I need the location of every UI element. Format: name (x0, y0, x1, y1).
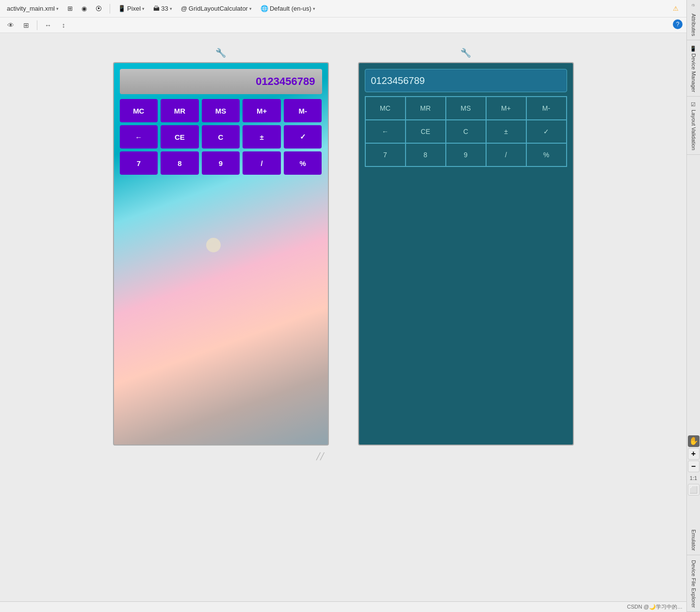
left-calculator: 0123456789 MC MR MS M+ M- ← CE C ± ✓ 7 (114, 63, 328, 181)
right-btn-mplus[interactable]: M+ (486, 97, 526, 120)
theme-label: GridLayoutCalculator (189, 5, 248, 12)
arrow-v-btn[interactable]: ↕ (57, 19, 70, 31)
right-btn-c[interactable]: C (446, 120, 486, 143)
left-btn-divide[interactable]: / (243, 151, 281, 175)
right-btn-mc[interactable]: MC (365, 97, 406, 120)
right-btn-percent[interactable]: % (526, 143, 567, 166)
right-btn-back[interactable]: ← (365, 120, 406, 143)
device-manager-label: Device Manager (691, 53, 697, 92)
right-btn-9[interactable]: 9 (446, 143, 486, 166)
grid-btn[interactable]: ⊞ (19, 19, 33, 31)
eye-btn[interactable]: 👁 (4, 19, 17, 31)
left-phone-pin: 🔧 (215, 48, 226, 58)
right-display: 0123456789 (365, 69, 567, 92)
left-display-value: 0123456789 (256, 75, 315, 88)
device-select[interactable]: 📱 Pixel ▾ (115, 4, 147, 13)
locale-caret: ▾ (313, 6, 315, 11)
left-btn-mminus[interactable]: M- (284, 99, 322, 122)
right-btn-divide[interactable]: / (486, 143, 526, 166)
left-btn-percent[interactable]: % (284, 151, 322, 175)
emulator-tab[interactable]: Emulator (687, 526, 700, 555)
secondary-toolbar: 👁 ⊞ ↔ ↕ (0, 17, 700, 33)
right-panel-top-icon: e (690, 2, 697, 9)
main-toolbar: activity_main.xml ▾ ⊞ ◉ ⦿ 📱 Pixel ▾ 🏔 33… (0, 0, 700, 17)
locale-select[interactable]: 🌐 Default (en-us) ▾ (258, 4, 318, 13)
right-phone: 0123456789 MC MR MS M+ M- ← CE C ± ✓ 7 (358, 62, 574, 446)
device-file-tab[interactable]: Device File Explorer (687, 556, 700, 612)
api-select[interactable]: 🏔 33 ▾ (150, 4, 175, 13)
right-phone-pin: 🔧 (460, 48, 471, 58)
left-phone-frame: 🔧 0123456789 MC MR MS M+ M- ← CE (113, 62, 329, 446)
device-caret: ▾ (142, 6, 145, 11)
brush-icon: ⦿ (96, 5, 102, 12)
device-manager-icon: 📱 (690, 45, 697, 51)
grid-icon: ⊞ (23, 21, 29, 29)
resize-handle-left[interactable]: ╱╱ (316, 452, 324, 460)
screenshot-btn[interactable]: ⬜ (688, 484, 700, 496)
right-btn-check[interactable]: ✓ (526, 120, 567, 143)
left-btn-ce[interactable]: CE (161, 125, 199, 149)
api-icon: 🏔 (153, 5, 160, 12)
layout-icon-btn[interactable]: ⊞ (65, 4, 76, 13)
left-btn-plusminus[interactable]: ± (243, 125, 281, 149)
left-btn-mr[interactable]: MR (161, 99, 199, 122)
zoom-in-btn[interactable]: + (688, 448, 700, 460)
locale-label: Default (en-us) (270, 5, 311, 12)
arrow-h-btn[interactable]: ↔ (41, 19, 55, 31)
left-buttons-grid: MC MR MS M+ M- ← CE C ± ✓ 7 8 9 / % (120, 99, 322, 175)
left-btn-back[interactable]: ← (120, 125, 158, 149)
right-panel: e Attributes 📱 Device Manager ☑ Layout V… (686, 0, 700, 612)
help-label: ? (676, 21, 680, 28)
left-btn-9[interactable]: 9 (202, 151, 240, 175)
right-btn-7[interactable]: 7 (365, 143, 406, 166)
locale-icon: 🌐 (260, 5, 268, 12)
design-icon-btn[interactable]: ◉ (79, 4, 90, 13)
arrow-h-icon: ↔ (45, 21, 51, 29)
device-label: Pixel (127, 5, 141, 12)
file-label: activity_main.xml (7, 5, 55, 12)
device-file-label: Device File Explorer (691, 560, 697, 608)
left-btn-c[interactable]: C (202, 125, 240, 149)
arrow-v-icon: ↕ (62, 21, 65, 29)
left-btn-check[interactable]: ✓ (284, 125, 322, 149)
right-btn-ce[interactable]: CE (406, 120, 446, 143)
left-btn-8[interactable]: 8 (161, 151, 199, 175)
hand-tool-btn[interactable]: ✋ (688, 435, 700, 447)
brush-icon-btn[interactable]: ⦿ (93, 4, 105, 13)
zoom-fit-btn[interactable]: 1:1 (688, 473, 700, 483)
left-btn-ms[interactable]: MS (202, 99, 240, 122)
file-caret: ▾ (56, 6, 59, 11)
right-btn-mr[interactable]: MR (406, 97, 446, 120)
attributes-tab[interactable]: Attributes (687, 10, 700, 40)
sep2 (37, 20, 37, 30)
right-phone-frame: 🔧 0123456789 MC MR MS M+ M- ← CE C ± (358, 62, 574, 446)
bottom-status-bar: CSDN @🌙学习中的… (0, 601, 686, 612)
right-display-value: 0123456789 (371, 75, 425, 86)
eye-icon: 👁 (7, 21, 14, 29)
help-button[interactable]: ? (673, 19, 683, 29)
left-btn-mc[interactable]: MC (120, 99, 158, 122)
layout-validation-icon: ☑ (690, 101, 697, 108)
attribution-text: CSDN @🌙学习中的… (627, 603, 683, 611)
file-tab[interactable]: activity_main.xml ▾ (4, 4, 62, 13)
theme-select[interactable]: @ GridLayoutCalculator ▾ (178, 4, 255, 13)
right-btn-mminus[interactable]: M- (526, 97, 567, 120)
right-btn-8[interactable]: 8 (406, 143, 446, 166)
layout-validation-label: Layout Validation (691, 110, 697, 150)
device-manager-tab[interactable]: 📱 Device Manager (687, 41, 700, 97)
layout-validation-tab[interactable]: ☑ Layout Validation (687, 98, 700, 155)
main-content-area: 🔧 0123456789 MC MR MS M+ M- ← CE (0, 33, 686, 612)
warning-btn[interactable]: ⚠ (670, 4, 682, 13)
right-btn-ms[interactable]: MS (446, 97, 486, 120)
right-btn-plusminus[interactable]: ± (486, 120, 526, 143)
left-btn-7[interactable]: 7 (120, 151, 158, 175)
theme-caret: ▾ (249, 6, 252, 11)
warning-icon: ⚠ (673, 5, 679, 12)
right-buttons-grid: MC MR MS M+ M- ← CE C ± ✓ 7 8 9 / % (365, 96, 567, 167)
design-icon: ◉ (81, 5, 87, 12)
emulator-label: Emulator (691, 529, 697, 551)
api-caret: ▾ (170, 6, 172, 11)
left-btn-mplus[interactable]: M+ (243, 99, 281, 122)
zoom-out-btn[interactable]: − (688, 461, 700, 472)
attributes-label: Attributes (691, 14, 697, 36)
